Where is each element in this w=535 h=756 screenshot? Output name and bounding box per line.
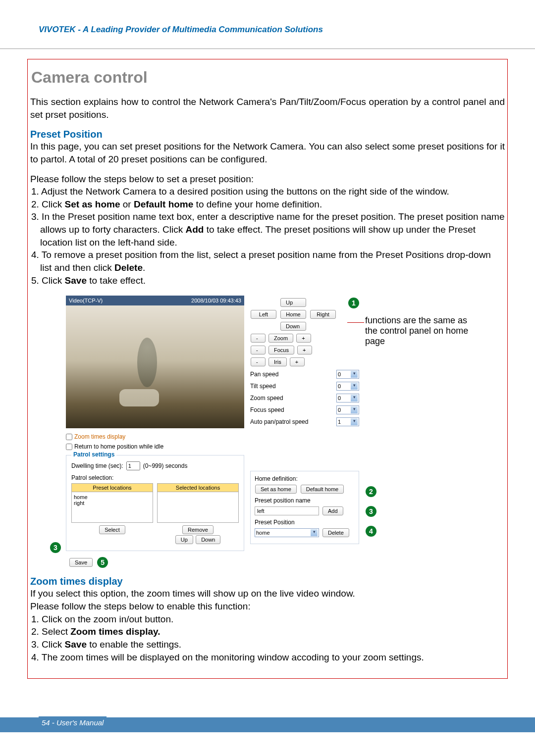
preset-position-name-input[interactable]: [255, 506, 319, 515]
preset-position-name-label: Preset position name: [255, 497, 355, 504]
preset-position-label: Preset Position: [255, 519, 355, 526]
up-button[interactable]: Up: [175, 535, 193, 544]
focus-label: Focus: [268, 346, 294, 354]
pan-speed-label: Pan speed: [250, 371, 278, 378]
badge-1-icon: 1: [348, 298, 359, 308]
zoom-step-2: 2. Select Zoom times display.: [31, 625, 505, 638]
chevron-down-icon: ▾: [351, 418, 358, 425]
step-5: 5. Click Save to take effect.: [31, 274, 505, 287]
steps-intro: Please follow the steps below to set a p…: [30, 173, 505, 186]
list-item[interactable]: right: [74, 500, 151, 506]
video-title-bar: Video(TCP-V) 2008/10/03 09:43:43: [66, 296, 244, 305]
pan-right-button[interactable]: Right: [310, 310, 336, 319]
zoom-speed-select[interactable]: 0▾: [336, 394, 359, 403]
autopatrol-speed-select[interactable]: 1▾: [336, 417, 359, 426]
down-button[interactable]: Down: [196, 535, 220, 544]
preset-locations-list[interactable]: home right: [71, 492, 153, 523]
badge-3-left-icon: 3: [50, 542, 61, 553]
badge-5-icon: 5: [97, 557, 108, 568]
return-home-input[interactable]: [66, 444, 72, 450]
pan-up-button[interactable]: Up: [280, 298, 306, 307]
pan-left-button[interactable]: Left: [251, 310, 276, 319]
page-footer: 54 - User's Manual: [39, 716, 107, 729]
annotation-text: functions are the same as the control pa…: [365, 315, 469, 347]
video-preview-image: [66, 305, 244, 428]
preset-position-heading: Preset Position: [30, 129, 505, 140]
iris-label: Iris: [268, 357, 287, 366]
patrol-selection-label: Patrol selection:: [71, 474, 239, 481]
zoom-step-1: 1. Click on the zoom in/out button.: [31, 613, 505, 626]
zoom-times-desc-1: If you select this option, the zoom time…: [30, 587, 505, 600]
home-definition-group: Home definition: Set as home Default hom…: [250, 471, 359, 544]
divider: [0, 49, 535, 49]
focus-speed-label: Focus speed: [250, 406, 284, 413]
selected-locations-list[interactable]: [157, 492, 239, 523]
control-panel: Up Left Home Right Down 1 - Zoom +: [250, 296, 359, 544]
zoom-times-display-input[interactable]: [66, 434, 72, 440]
save-button[interactable]: Save: [69, 558, 93, 567]
chevron-down-icon: ▾: [311, 529, 318, 536]
annotation-connector-line: [347, 322, 364, 323]
brand-header: VIVOTEK - A Leading Provider of Multimed…: [39, 25, 496, 35]
focus-speed-select[interactable]: 0▾: [336, 405, 359, 414]
chevron-down-icon: ▾: [351, 383, 358, 390]
intro-paragraph: This section explains how to control the…: [30, 96, 505, 121]
badge-4-icon: 4: [366, 526, 376, 537]
badge-3-icon: 3: [366, 506, 376, 517]
zoom-times-heading: Zoom times display: [30, 576, 505, 587]
select-button[interactable]: Select: [99, 525, 125, 534]
zoom-times-label: Zoom times display: [74, 433, 125, 440]
chevron-down-icon: ▾: [351, 395, 358, 402]
add-button[interactable]: Add: [322, 506, 343, 515]
return-home-checkbox[interactable]: Return to home position while idle: [66, 443, 244, 450]
preset-position-desc: In this page, you can set preset positio…: [30, 140, 505, 165]
preset-steps-block: Please follow the steps below to set a p…: [30, 173, 505, 287]
set-as-home-button[interactable]: Set as home: [255, 485, 297, 494]
pan-speed-select[interactable]: 0▾: [336, 370, 359, 379]
left-column: Video(TCP-V) 2008/10/03 09:43:43 Zoom ti…: [66, 296, 244, 568]
dwelling-time-input[interactable]: [126, 461, 140, 470]
patrol-settings-group: Patrol settings Dwelling time (sec): (0~…: [66, 455, 244, 551]
step-1: 1. Adjust the Network Camera to a desire…: [31, 185, 505, 198]
home-definition-label: Home definition:: [255, 475, 355, 482]
iris-close-button[interactable]: -: [251, 357, 266, 366]
step-4: 4. To remove a preset position from the …: [31, 249, 505, 274]
zoom-times-display-checkbox[interactable]: Zoom times display: [66, 433, 244, 440]
selected-locations-header: Selected locations: [157, 483, 239, 492]
chevron-down-icon: ▾: [351, 371, 358, 378]
tilt-speed-label: Tilt speed: [250, 383, 276, 390]
step-2: 2. Click Set as home or Default home to …: [31, 198, 505, 211]
list-item[interactable]: home: [74, 494, 151, 500]
dwelling-time-label: Dwelling time (sec):: [71, 462, 123, 469]
return-home-label: Return to home position while idle: [74, 443, 163, 450]
page-title: Camera control: [31, 68, 504, 87]
patrol-settings-legend: Patrol settings: [71, 451, 116, 458]
zoom-times-desc-2: Please follow the steps below to enable …: [30, 600, 505, 613]
step-3: 3. In the Preset position name text box,…: [31, 210, 505, 249]
focus-in-button[interactable]: +: [297, 346, 312, 354]
video-source-label: Video(TCP-V): [69, 298, 103, 303]
badge-2-icon: 2: [366, 486, 376, 497]
home-button[interactable]: Home: [280, 310, 306, 319]
zoom-step-3: 3. Click Save to enable the settings.: [31, 638, 505, 651]
autopatrol-speed-label: Auto pan/patrol speed: [250, 418, 308, 425]
zoom-label: Zoom: [268, 334, 293, 343]
chevron-down-icon: ▾: [351, 406, 358, 413]
zoom-out-button[interactable]: -: [251, 334, 266, 343]
iris-open-button[interactable]: +: [290, 357, 305, 366]
focus-out-button[interactable]: -: [251, 346, 266, 354]
video-timestamp: 2008/10/03 09:43:43: [191, 298, 241, 303]
delete-button[interactable]: Delete: [322, 528, 349, 537]
pan-down-button[interactable]: Down: [280, 322, 306, 331]
zoom-step-4: 4. The zoom times will be displayed on t…: [31, 651, 505, 664]
dwelling-time-hint: (0~999) seconds: [143, 462, 188, 469]
preset-position-select[interactable]: home▾: [255, 528, 319, 537]
default-home-button[interactable]: Default home: [301, 485, 344, 494]
tilt-speed-select[interactable]: 0▾: [336, 382, 359, 391]
preset-locations-header: Preset locations: [71, 483, 153, 492]
zoom-in-button[interactable]: +: [296, 334, 311, 343]
remove-button[interactable]: Remove: [182, 525, 214, 534]
zoom-speed-label: Zoom speed: [250, 395, 283, 402]
content-frame: Camera control This section explains how…: [27, 59, 508, 679]
